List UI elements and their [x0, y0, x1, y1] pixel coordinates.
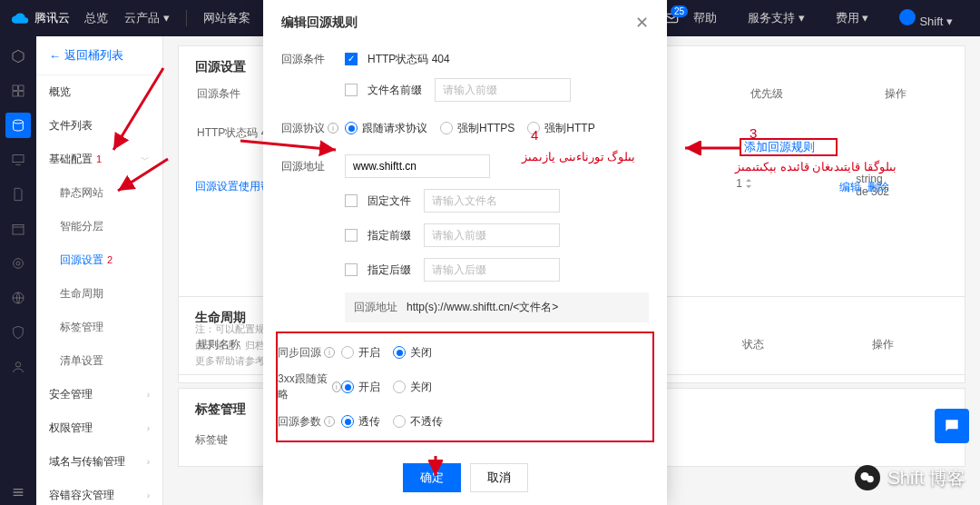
- rail-globe-icon[interactable]: [5, 285, 31, 311]
- input-origin-addr[interactable]: [345, 154, 490, 178]
- sidebar-item-lifecycle[interactable]: 生命周期: [36, 277, 162, 311]
- chevron-right-icon: ›: [147, 423, 150, 433]
- info-icon[interactable]: i: [324, 347, 335, 358]
- label-condition: 回源条件: [281, 52, 345, 67]
- avatar: [899, 9, 916, 25]
- checkbox-filename-prefix[interactable]: 文件名前缀: [345, 83, 422, 98]
- radio-sync-off[interactable]: 关闭: [393, 345, 432, 361]
- chat-icon: [943, 417, 961, 435]
- checkbox-spec-suffix[interactable]: 指定后缀: [345, 262, 411, 278]
- chat-fab[interactable]: [935, 409, 969, 443]
- rail-grid-icon[interactable]: [5, 78, 31, 104]
- sidebar-item-fault-tolerance[interactable]: 容错容灾管理›: [36, 479, 162, 505]
- rail-storage-icon[interactable]: [5, 113, 31, 138]
- input-filename-prefix[interactable]: [435, 78, 571, 102]
- rail-monitor-icon[interactable]: [5, 147, 31, 173]
- origin-addr-preview: 回源地址 http(s)://www.shiftt.cn/<文件名>: [345, 292, 649, 322]
- radio-3xx-off[interactable]: 关闭: [393, 380, 432, 395]
- cloud-icon: [11, 9, 29, 27]
- svg-rect-11: [13, 155, 24, 163]
- brand-logo[interactable]: 腾讯云: [11, 9, 70, 27]
- sidebar-item-tags[interactable]: 标签管理: [36, 311, 162, 344]
- modal-footer: 确定 取消: [263, 452, 667, 505]
- chevron-down-icon: ﹀: [141, 153, 150, 166]
- svg-rect-6: [13, 85, 17, 90]
- cancel-button[interactable]: 取消: [470, 463, 528, 492]
- wechat-icon: [855, 465, 880, 490]
- message-badge: 25: [671, 5, 688, 17]
- sidebar-item-inventory[interactable]: 清单设置: [36, 344, 162, 378]
- sort-icon[interactable]: [744, 179, 753, 188]
- ok-button[interactable]: 确定: [403, 463, 461, 492]
- sidebar-item-tiering[interactable]: 智能分层: [36, 210, 162, 243]
- radio-proto-https[interactable]: 强制HTTPS: [440, 121, 514, 136]
- rail-doc-icon[interactable]: [5, 182, 31, 207]
- radio-proto-http[interactable]: 强制HTTP: [527, 121, 594, 136]
- sidebar-item-security[interactable]: 安全管理›: [36, 378, 162, 411]
- back-to-bucket-list[interactable]: ← 返回桶列表: [36, 36, 162, 75]
- user-menu[interactable]: Shift ▾: [899, 9, 953, 28]
- sidebar: ← 返回桶列表 概览 文件列表 基础配置1﹀ 静态网站 智能分层 回源设置2 生…: [36, 36, 163, 505]
- sidebar-item-permissions[interactable]: 权限管理›: [36, 411, 162, 445]
- info-icon[interactable]: i: [324, 416, 335, 427]
- radio-sync-on[interactable]: 开启: [341, 345, 380, 361]
- checkbox-fixed-file[interactable]: 固定文件: [345, 193, 411, 209]
- highlighted-options-box: 同步回源i 开启 关闭 3xx跟随策略i 开启 关闭 回源参数i 透传 不透传: [276, 332, 654, 442]
- info-icon[interactable]: i: [328, 123, 338, 134]
- rail-menu-icon[interactable]: [5, 480, 31, 505]
- nav-overview[interactable]: 总览: [84, 10, 108, 26]
- delete-link[interactable]: 删除: [867, 181, 889, 193]
- edit-origin-rule-modal: 编辑回源规则 ✕ 回源条件 HTTP状态码 404 文件名前缀 回源协议i 跟随…: [263, 0, 667, 505]
- radio-params-pass[interactable]: 透传: [341, 414, 380, 430]
- svg-rect-9: [19, 92, 24, 96]
- checkbox-spec-prefix[interactable]: 指定前缀: [345, 228, 411, 243]
- sidebar-item-filelist[interactable]: 文件列表: [36, 109, 162, 143]
- close-icon[interactable]: ✕: [635, 13, 649, 33]
- watermark: Shift 博客: [855, 465, 965, 490]
- nav-beian[interactable]: 网站备案: [203, 10, 250, 26]
- svg-point-13: [14, 259, 24, 269]
- radio-3xx-on[interactable]: 开启: [341, 380, 380, 395]
- brand-text: 腾讯云: [34, 10, 70, 26]
- nav-help[interactable]: 帮助: [693, 10, 717, 26]
- sidebar-item-origin-pull[interactable]: 回源设置2: [36, 243, 162, 277]
- edit-link[interactable]: 编辑: [839, 181, 861, 193]
- svg-rect-12: [13, 224, 24, 234]
- nav-products[interactable]: 云产品 ▾: [124, 10, 170, 26]
- left-rail: [0, 36, 36, 505]
- chevron-right-icon: ›: [147, 390, 150, 400]
- chevron-right-icon: ›: [147, 490, 150, 500]
- nav-billing[interactable]: 费用 ▾: [836, 10, 869, 26]
- svg-rect-8: [13, 92, 17, 96]
- rail-cube-icon[interactable]: [5, 44, 31, 69]
- label-params: 回源参数i: [278, 414, 341, 430]
- input-spec-prefix[interactable]: [424, 223, 560, 247]
- label-origin-addr: 回源地址: [281, 159, 345, 174]
- info-icon[interactable]: i: [332, 381, 341, 392]
- label-sync: 同步回源i: [278, 345, 341, 361]
- rail-shield-icon[interactable]: [5, 320, 31, 345]
- rail-calendar-icon[interactable]: [5, 216, 31, 242]
- checkbox-http404[interactable]: HTTP状态码 404: [345, 52, 450, 67]
- label-3xx: 3xx跟随策略i: [278, 371, 341, 402]
- rail-user-icon[interactable]: [5, 354, 31, 380]
- sidebar-item-domain-transfer[interactable]: 域名与传输管理›: [36, 445, 162, 479]
- modal-title: 编辑回源规则: [281, 15, 358, 31]
- sidebar-item-basic-config[interactable]: 基础配置1﹀: [36, 143, 162, 176]
- radio-params-nopass[interactable]: 不透传: [393, 414, 443, 430]
- sidebar-item-static-site[interactable]: 静态网站: [36, 176, 162, 210]
- svg-point-16: [15, 362, 20, 367]
- rail-target-icon[interactable]: [5, 251, 31, 276]
- svg-rect-7: [19, 85, 24, 90]
- nav-support[interactable]: 服务支持 ▾: [748, 10, 805, 26]
- input-fixed-file[interactable]: [424, 189, 560, 213]
- chevron-right-icon: ›: [147, 457, 150, 467]
- label-protocol: 回源协议i: [281, 121, 345, 136]
- svg-point-14: [16, 262, 20, 265]
- svg-point-18: [867, 476, 875, 483]
- arrow-left-icon: ←: [49, 49, 61, 63]
- radio-proto-follow[interactable]: 跟随请求协议: [345, 121, 427, 136]
- sidebar-item-overview[interactable]: 概览: [36, 75, 162, 109]
- input-spec-suffix[interactable]: [424, 258, 560, 282]
- svg-point-10: [14, 120, 24, 124]
